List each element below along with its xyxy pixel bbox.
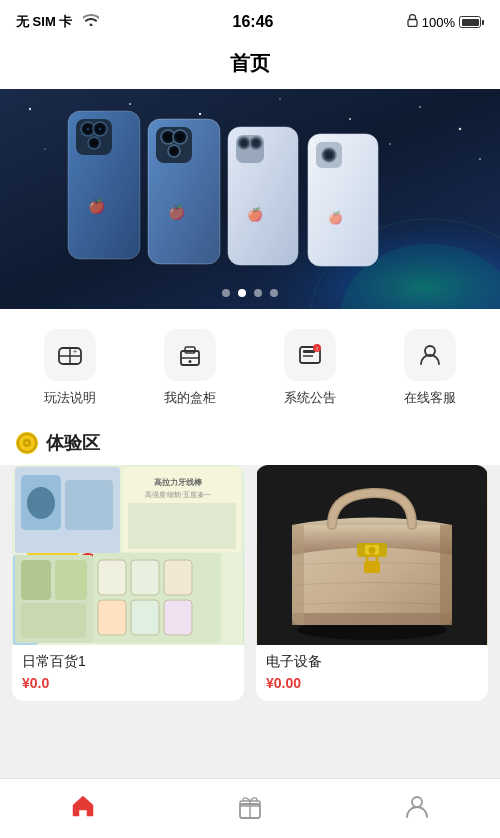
experience-icon <box>16 432 38 454</box>
svg-rect-82 <box>164 600 192 635</box>
svg-rect-81 <box>131 600 159 635</box>
svg-rect-78 <box>131 560 159 595</box>
svg-rect-54 <box>185 347 195 353</box>
svg-point-10 <box>459 128 462 131</box>
quick-item-service[interactable]: 在线客服 <box>404 329 456 407</box>
banner-dots <box>222 289 278 297</box>
svg-rect-98 <box>292 525 304 625</box>
game-guide-label: 玩法说明 <box>44 389 96 407</box>
svg-rect-99 <box>440 525 452 625</box>
svg-text:🍎: 🍎 <box>328 210 343 225</box>
svg-text:🍎: 🍎 <box>168 204 186 221</box>
quick-item-cabinet[interactable]: 我的盒柜 <box>164 329 216 407</box>
svg-point-86 <box>27 487 55 519</box>
svg-point-11 <box>44 148 45 149</box>
tab-gift[interactable] <box>167 793 334 825</box>
svg-text:🍎: 🍎 <box>88 198 106 215</box>
svg-rect-80 <box>98 600 126 635</box>
svg-point-14 <box>479 158 481 160</box>
banner-dot-1[interactable] <box>222 289 230 297</box>
svg-point-21 <box>87 128 90 131</box>
product-card-daily-goods[interactable]: 高拉力牙线棒 高强度·细韧·五度凑一 <box>12 465 244 701</box>
svg-rect-0 <box>408 20 417 27</box>
svg-point-7 <box>279 98 281 100</box>
status-carrier: 无 SIM 卡 <box>16 13 99 31</box>
svg-rect-89 <box>55 560 87 600</box>
page-title: 首页 <box>0 42 500 89</box>
status-bar: 无 SIM 卡 16:46 100% <box>0 0 500 42</box>
svg-point-31 <box>164 133 172 141</box>
svg-point-24 <box>99 128 102 131</box>
battery-percent: 100% <box>422 15 455 30</box>
svg-point-105 <box>412 797 422 807</box>
service-icon <box>404 329 456 381</box>
tab-profile[interactable] <box>333 793 500 825</box>
quick-item-game-guide[interactable]: + 玩法说明 <box>44 329 96 407</box>
product-name-electronics: 电子设备 <box>266 653 478 671</box>
svg-rect-58 <box>303 350 315 353</box>
svg-rect-97 <box>292 613 452 625</box>
svg-point-56 <box>189 360 192 363</box>
product-price-electronics: ¥0.00 <box>266 675 478 691</box>
profile-icon <box>404 793 430 825</box>
tab-home[interactable] <box>0 793 167 825</box>
home-icon <box>70 793 96 825</box>
product-image-bag <box>256 465 488 645</box>
lock-icon <box>407 14 418 30</box>
experience-section-title: 体验区 <box>46 431 100 455</box>
svg-point-40 <box>241 140 248 147</box>
svg-text:高拉力牙线棒: 高拉力牙线棒 <box>154 477 203 487</box>
status-right: 100% <box>407 14 484 30</box>
product-image-kitchen: 高拉力牙线棒 高强度·细韧·五度凑一 <box>12 465 244 645</box>
svg-point-26 <box>91 140 98 147</box>
svg-text:高强度·细韧·五度凑一: 高强度·细韧·五度凑一 <box>145 491 212 498</box>
tab-bar <box>0 778 500 838</box>
product-info-electronics: 电子设备 ¥0.00 <box>256 645 488 701</box>
cabinet-label: 我的盒柜 <box>164 389 216 407</box>
gift-icon <box>237 793 263 825</box>
svg-point-65 <box>26 442 29 445</box>
product-card-electronics[interactable]: 电子设备 ¥0.00 <box>256 465 488 701</box>
notice-icon: ! <box>284 329 336 381</box>
svg-text:+: + <box>73 348 77 355</box>
svg-point-33 <box>176 133 184 141</box>
svg-rect-88 <box>21 560 51 600</box>
svg-rect-79 <box>164 560 192 595</box>
product-name-daily-goods: 日常百货1 <box>22 653 234 671</box>
product-info-daily-goods: 日常百货1 ¥0.0 <box>12 645 244 701</box>
svg-point-13 <box>389 143 391 145</box>
svg-point-47 <box>325 151 333 159</box>
svg-rect-85 <box>65 480 113 530</box>
product-grid: 高拉力牙线棒 高强度·细韧·五度凑一 <box>0 465 500 781</box>
banner-dot-2[interactable] <box>238 289 246 297</box>
svg-point-6 <box>199 113 201 115</box>
svg-rect-77 <box>98 560 126 595</box>
product-price-daily-goods: ¥0.0 <box>22 675 234 691</box>
svg-point-42 <box>253 140 260 147</box>
cabinet-icon <box>164 329 216 381</box>
svg-point-96 <box>369 547 376 554</box>
section-header-experience: 体验区 <box>0 417 500 465</box>
notice-label: 系统公告 <box>284 389 336 407</box>
battery-icon <box>459 16 484 28</box>
game-guide-icon: + <box>44 329 96 381</box>
status-time: 16:46 <box>233 13 274 31</box>
quick-item-notice[interactable]: ! 系统公告 <box>284 329 336 407</box>
quick-menu: + 玩法说明 我的盒柜 ! 系统公告 <box>0 309 500 417</box>
svg-rect-90 <box>21 603 86 638</box>
svg-text:🍎: 🍎 <box>247 206 264 223</box>
svg-point-5 <box>129 103 131 105</box>
service-label: 在线客服 <box>404 389 456 407</box>
svg-point-3 <box>29 108 31 110</box>
banner-dot-4[interactable] <box>270 289 278 297</box>
banner[interactable]: 🍎 🍎 🍎 <box>0 89 500 309</box>
svg-rect-70 <box>128 503 236 549</box>
svg-point-9 <box>419 106 421 108</box>
svg-point-35 <box>171 148 178 155</box>
wifi-icon <box>83 14 99 29</box>
banner-dot-3[interactable] <box>254 289 262 297</box>
svg-point-8 <box>349 118 351 120</box>
